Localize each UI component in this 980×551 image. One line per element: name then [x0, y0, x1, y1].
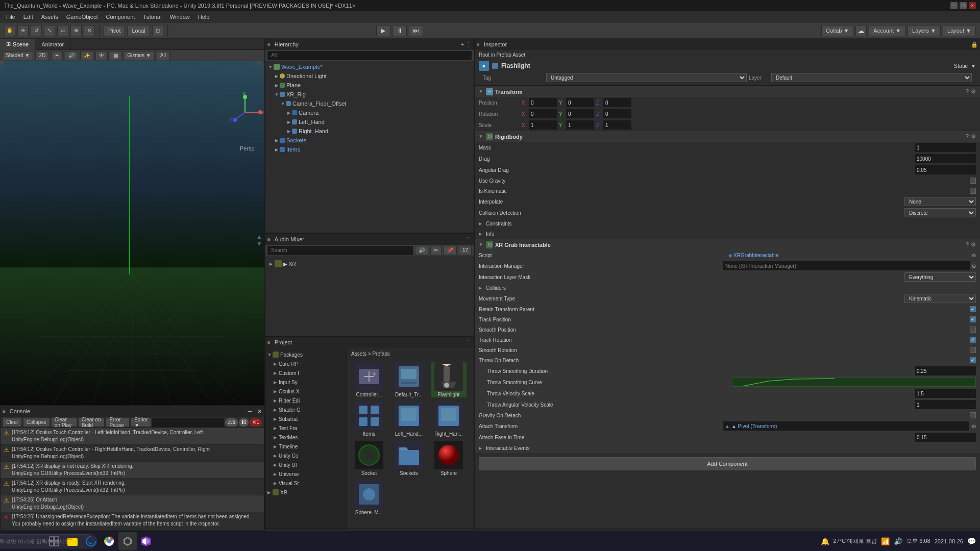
account-button[interactable]: Account ▼: [869, 25, 905, 36]
attach-ease-input[interactable]: [915, 433, 976, 442]
throw-angular-velocity-input[interactable]: [915, 400, 976, 409]
track-rotation-checkbox[interactable]: [970, 337, 976, 343]
smooth-rotation-checkbox[interactable]: [970, 347, 976, 353]
project-tree-input-sy[interactable]: ▶ Input Sy: [265, 378, 347, 387]
section-settings-icon[interactable]: ⚙: [971, 133, 976, 140]
scale-z-input[interactable]: [603, 120, 631, 130]
pivot-button[interactable]: Pivot: [104, 25, 125, 36]
attach-transform-field[interactable]: ▲ ▲ Pivot (Transform): [723, 421, 969, 431]
move-tool[interactable]: ✛: [17, 25, 29, 36]
scale-x-input[interactable]: [529, 120, 557, 130]
hand-tool[interactable]: ✋: [4, 25, 15, 36]
interactable-events-row[interactable]: ▶ Interactable Events: [475, 443, 980, 453]
menu-help[interactable]: Help: [194, 13, 214, 21]
menu-window[interactable]: Window: [166, 13, 194, 21]
audio-snap-icon[interactable]: 📌: [444, 246, 457, 255]
asset-item-left-hand[interactable]: Left_Hand...: [391, 402, 427, 437]
play-button[interactable]: ▶: [376, 25, 390, 36]
track-position-checkbox[interactable]: [970, 316, 976, 322]
hierarchy-item-left-hand[interactable]: ▶ Left_Hand: [265, 117, 474, 127]
scale-tool[interactable]: ⤡: [44, 25, 55, 36]
interaction-manager-select-icon[interactable]: ⊙: [972, 263, 976, 269]
gravity-on-detach-checkbox[interactable]: [970, 412, 976, 418]
active-checkbox[interactable]: [492, 63, 498, 69]
hierarchy-item-camera[interactable]: ▶ Camera: [265, 108, 474, 117]
light-button[interactable]: ☀: [51, 51, 63, 60]
hierarchy-add-icon[interactable]: +: [461, 41, 464, 48]
project-tree-oculus-x[interactable]: ▶ Oculus X: [265, 387, 347, 396]
drag-input[interactable]: [915, 154, 976, 163]
audio-add-icon[interactable]: 🔊: [415, 246, 428, 255]
grid-button[interactable]: ▦: [110, 51, 121, 60]
vfx-button[interactable]: ✨: [80, 51, 93, 60]
interaction-manager-field[interactable]: None (XR Interaction Manager): [723, 261, 970, 270]
console-entry[interactable]: ⚠ [17:54:12] Oculus Touch Controller - R…: [1, 445, 264, 462]
asset-item-sphere-m[interactable]: Sphere_M...: [351, 480, 387, 515]
retain-transform-checkbox[interactable]: [970, 306, 976, 312]
project-tree-rider-edi[interactable]: ▶ Rider Edi: [265, 396, 347, 405]
console-entry[interactable]: ⚠ [17:54:26] OnAttachUnityEngine.Debug:L…: [1, 495, 264, 512]
position-z-input[interactable]: [603, 98, 631, 107]
hierarchy-search-input[interactable]: [267, 51, 472, 60]
tag-select[interactable]: Untagged: [546, 73, 747, 82]
next-button[interactable]: ⏭: [409, 25, 423, 36]
vs-taskbar[interactable]: [137, 532, 155, 550]
menu-assets[interactable]: Assets: [37, 13, 62, 21]
section-settings-icon[interactable]: ⚙: [971, 241, 976, 248]
project-tree-universe[interactable]: ▶ Universe: [265, 469, 347, 479]
console-entry[interactable]: ✕ [17:54:26] UnassignedReferenceExceptio…: [1, 512, 264, 529]
project-options-icon[interactable]: ⋮: [466, 339, 472, 346]
minimize-button[interactable]: ─: [950, 2, 958, 9]
console-maximize[interactable]: □: [253, 408, 256, 414]
throw-smoothing-curve-preview[interactable]: [732, 378, 976, 387]
custom-tool[interactable]: ✕: [84, 25, 95, 36]
hierarchy-item-camera-floor[interactable]: ▼ Camera_Floor_Offset: [265, 99, 474, 108]
rect-tool[interactable]: ▭: [57, 25, 68, 36]
console-clear-button[interactable]: Clear: [3, 418, 22, 427]
hierarchy-item-directional-light[interactable]: ▶ Directional Light: [265, 71, 474, 81]
cloud-button[interactable]: ☁: [855, 25, 867, 36]
console-error-pause-button[interactable]: Error Pause: [106, 418, 130, 427]
position-x-input[interactable]: [529, 98, 557, 107]
tab-animator[interactable]: Animator: [35, 39, 70, 50]
console-entry[interactable]: ⚠ [17:54:12] Oculus Touch Controller - L…: [1, 428, 264, 445]
project-tree-unity-co[interactable]: ▶ Unity Co: [265, 451, 347, 460]
throw-velocity-scale-input[interactable]: [915, 389, 976, 398]
asset-item-sphere[interactable]: Sphere: [431, 441, 467, 476]
constraints-row[interactable]: ▶ Constraints: [475, 218, 980, 229]
pause-button[interactable]: ⏸: [393, 25, 407, 36]
asset-item-socket[interactable]: Socket: [351, 441, 387, 476]
throw-smoothing-duration-input[interactable]: [915, 366, 976, 375]
asset-item-sockets[interactable]: Sockets: [391, 441, 427, 476]
project-tree-textmes[interactable]: ▶ TextMes: [265, 433, 347, 442]
edge-taskbar[interactable]: [82, 532, 100, 550]
menu-file[interactable]: File: [2, 13, 19, 21]
rotation-z-input[interactable]: [603, 109, 631, 118]
project-tree-unity-ui[interactable]: ▶ Unity UI: [265, 460, 347, 469]
task-view-button[interactable]: [45, 532, 63, 550]
hidden-button[interactable]: 👁: [95, 51, 108, 60]
transform-tool[interactable]: ⊕: [70, 25, 82, 36]
hierarchy-item-items[interactable]: ▶ Items: [265, 145, 474, 154]
collab-button[interactable]: Collab ▼: [821, 25, 853, 36]
console-collapse-button[interactable]: Collapse: [23, 418, 50, 427]
project-tree-substrat[interactable]: ▶ Substrat: [265, 414, 347, 423]
console-editor-dropdown[interactable]: Editor ▼: [131, 418, 151, 427]
file-explorer-taskbar[interactable]: [63, 532, 82, 550]
hierarchy-options-icon[interactable]: ⋮: [466, 41, 472, 48]
console-entry[interactable]: ⚠ [17:54:12] XR display is not ready. Sk…: [1, 462, 264, 479]
static-dropdown-icon[interactable]: ▼: [971, 63, 976, 69]
hierarchy-item-xr-rig[interactable]: ▼ XR_Rig: [265, 90, 474, 99]
project-tree-test-fra[interactable]: ▶ Test Fra: [265, 423, 347, 433]
console-header[interactable]: ≡ Console ─ □ ✕: [1, 406, 264, 417]
layer-select[interactable]: Default: [771, 73, 972, 82]
notification-center-icon[interactable]: 💬: [967, 537, 976, 545]
interpolate-select[interactable]: None: [904, 197, 976, 206]
section-help-icon[interactable]: ?: [966, 241, 969, 248]
asset-item-default-tr[interactable]: Default_Tr...: [391, 362, 427, 397]
gizmos-dropdown[interactable]: Gizmos ▼: [124, 51, 155, 60]
project-tree-xr[interactable]: ▶ XR: [265, 488, 347, 497]
throw-on-detach-checkbox[interactable]: [970, 357, 976, 363]
hierarchy-item-right-hand[interactable]: ▶ Right_Hand: [265, 127, 474, 136]
scale-y-input[interactable]: [566, 120, 594, 130]
